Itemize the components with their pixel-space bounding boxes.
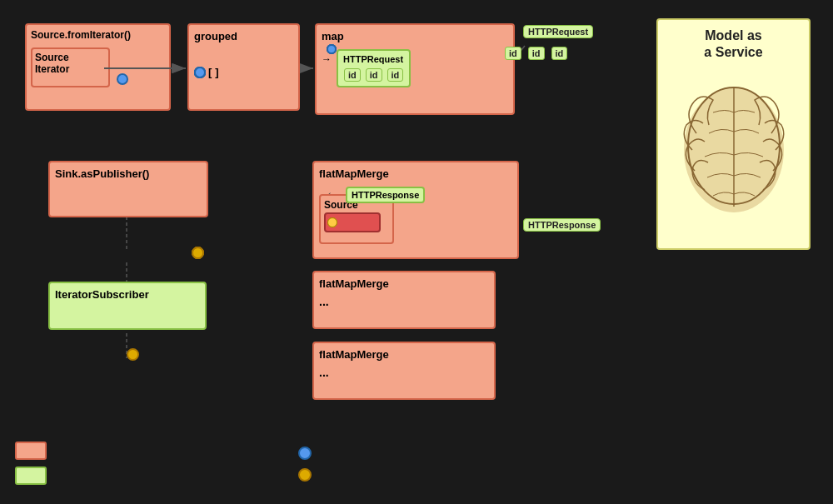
yellow-dot-3 [192,247,204,259]
id-top-1: id [505,47,521,60]
iterator-subscriber-box: IteratorSubscriber [48,282,207,330]
blue-dot-g7 [194,67,206,78]
id-top-3: id [551,47,568,60]
legend-green [15,467,47,485]
map-label: map [322,30,508,42]
bracket-open: [ [208,66,212,78]
diagram-canvas: Source.fromIterator() Source Iterator gr… [0,0,833,504]
dot-red-3 [327,217,337,227]
flatmap-merge-2-dots: ... [319,295,489,308]
sink-publisher-box: Sink.asPublisher() [48,161,208,217]
flatmap-source-dots-box [324,212,381,232]
yellow-dot-legend [298,468,312,482]
iterator-subscriber-label: IteratorSubscriber [55,288,200,301]
brain-icon [671,67,796,225]
map-arrow: → [322,53,332,65]
grouped-label: grouped [194,30,293,42]
model-title-1: Model as [666,28,801,43]
id-row-top: id id id [504,46,568,61]
flatmap-merge-2-label: flatMapMerge [319,277,489,290]
flatmap-merge-3-dots: ... [319,366,489,379]
model-title-2: a Service [666,45,801,60]
id-badge-2: id [366,68,382,82]
http-response-right-badge: HTTPResponse [523,218,601,232]
legend-salmon [15,442,47,460]
id-badge-1: id [344,68,361,82]
http-request-top-badge: HTTPRequest [523,25,593,38]
source-iterator-inner-box: Source Iterator [31,47,110,87]
blue-dot-m4 [327,44,337,54]
map-box: map → HTTPRequest id id id [315,23,515,115]
model-box: Model as a Service [656,18,811,250]
iterator-label: Iterator [35,63,106,75]
http-request-label-map: HTTPRequest [343,54,404,64]
flatmap-merge-1-label: flatMapMerge [319,167,512,180]
sink-publisher-label: Sink.asPublisher() [55,167,202,180]
blue-dot-legend [298,447,312,460]
flatmap-merge-3-box: flatMapMerge ... [312,342,496,400]
source-label: Source [35,52,106,63]
grouped-box: grouped → [ ] [187,23,300,111]
yellow-dot-single [127,348,139,361]
bracket-close: ] [215,66,218,78]
blue-dot-source [117,73,128,85]
flatmap-merge-2-box: flatMapMerge ... [312,271,496,329]
flatmap-merge-3-label: flatMapMerge [319,348,489,361]
source-from-iterator-label: Source.fromIterator() [31,29,165,41]
source-from-iterator-box: Source.fromIterator() Source Iterator [25,23,171,111]
id-badge-3: id [387,68,404,82]
id-top-2: id [528,47,545,60]
flatmap-merge-1-box: flatMapMerge Source ← i [312,161,519,259]
http-request-box-map: HTTPRequest id id id [337,49,411,87]
http-response-badge-flatmap: HTTPResponse [346,187,425,203]
